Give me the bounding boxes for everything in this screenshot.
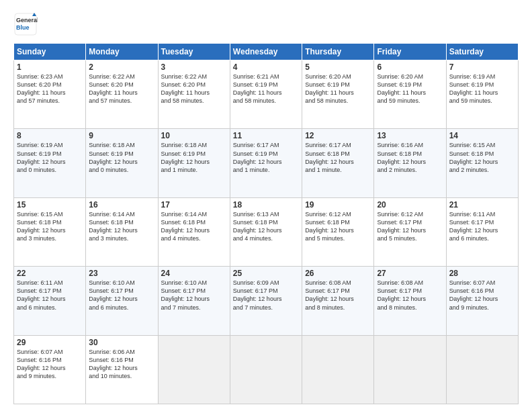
calendar-cell: 28Sunrise: 6:07 AM Sunset: 6:16 PM Dayli… bbox=[446, 267, 518, 335]
calendar-table: SundayMondayTuesdayWednesdayThursdayFrid… bbox=[13, 43, 519, 404]
day-info: Sunrise: 6:21 AM Sunset: 6:19 PM Dayligh… bbox=[233, 73, 299, 105]
calendar-cell: 22Sunrise: 6:11 AM Sunset: 6:17 PM Dayli… bbox=[14, 267, 86, 335]
calendar-cell: 29Sunrise: 6:07 AM Sunset: 6:16 PM Dayli… bbox=[14, 335, 86, 404]
calendar-cell bbox=[446, 335, 518, 404]
svg-text:Blue: Blue bbox=[16, 24, 30, 31]
calendar-cell: 17Sunrise: 6:14 AM Sunset: 6:18 PM Dayli… bbox=[158, 197, 230, 266]
day-info: Sunrise: 6:19 AM Sunset: 6:19 PM Dayligh… bbox=[449, 73, 515, 105]
calendar-cell: 23Sunrise: 6:10 AM Sunset: 6:17 PM Dayli… bbox=[86, 267, 158, 335]
day-info: Sunrise: 6:13 AM Sunset: 6:18 PM Dayligh… bbox=[233, 210, 299, 243]
day-number: 21 bbox=[449, 200, 515, 210]
day-info: Sunrise: 6:12 AM Sunset: 6:18 PM Dayligh… bbox=[305, 210, 371, 243]
day-info: Sunrise: 6:07 AM Sunset: 6:16 PM Dayligh… bbox=[17, 348, 83, 381]
weekday-header-saturday: Saturday bbox=[446, 44, 518, 60]
day-info: Sunrise: 6:06 AM Sunset: 6:16 PM Dayligh… bbox=[89, 348, 154, 381]
day-number: 5 bbox=[305, 62, 371, 72]
day-info: Sunrise: 6:09 AM Sunset: 6:17 PM Dayligh… bbox=[233, 279, 299, 312]
day-info: Sunrise: 6:08 AM Sunset: 6:17 PM Dayligh… bbox=[377, 279, 443, 312]
day-info: Sunrise: 6:10 AM Sunset: 6:17 PM Dayligh… bbox=[89, 279, 154, 312]
day-number: 24 bbox=[161, 269, 227, 278]
calendar-cell: 14Sunrise: 6:15 AM Sunset: 6:18 PM Dayli… bbox=[446, 129, 518, 197]
logo: General Blue bbox=[13, 12, 38, 36]
calendar-week-4: 29Sunrise: 6:07 AM Sunset: 6:16 PM Dayli… bbox=[14, 335, 519, 404]
day-number: 23 bbox=[89, 269, 154, 278]
day-info: Sunrise: 6:12 AM Sunset: 6:17 PM Dayligh… bbox=[377, 210, 443, 243]
day-info: Sunrise: 6:15 AM Sunset: 6:18 PM Dayligh… bbox=[17, 210, 83, 243]
day-info: Sunrise: 6:14 AM Sunset: 6:18 PM Dayligh… bbox=[161, 210, 227, 243]
calendar-cell: 26Sunrise: 6:08 AM Sunset: 6:17 PM Dayli… bbox=[302, 267, 374, 335]
calendar-cell: 19Sunrise: 6:12 AM Sunset: 6:18 PM Dayli… bbox=[302, 197, 374, 266]
day-number: 15 bbox=[17, 200, 83, 210]
weekday-header-monday: Monday bbox=[86, 44, 158, 60]
day-number: 14 bbox=[449, 131, 515, 140]
day-number: 12 bbox=[305, 131, 371, 140]
day-info: Sunrise: 6:11 AM Sunset: 6:17 PM Dayligh… bbox=[449, 210, 515, 243]
weekday-header-tuesday: Tuesday bbox=[158, 44, 230, 60]
calendar-cell: 9Sunrise: 6:18 AM Sunset: 6:19 PM Daylig… bbox=[86, 129, 158, 197]
day-number: 3 bbox=[161, 62, 227, 72]
day-number: 28 bbox=[449, 269, 515, 278]
day-info: Sunrise: 6:14 AM Sunset: 6:18 PM Dayligh… bbox=[89, 210, 154, 243]
calendar-week-0: 1Sunrise: 6:23 AM Sunset: 6:20 PM Daylig… bbox=[14, 60, 519, 129]
calendar-cell bbox=[230, 335, 302, 404]
weekday-header-thursday: Thursday bbox=[302, 44, 374, 60]
day-number: 30 bbox=[89, 338, 154, 347]
calendar-cell: 24Sunrise: 6:10 AM Sunset: 6:17 PM Dayli… bbox=[158, 267, 230, 335]
day-number: 2 bbox=[89, 62, 154, 72]
calendar-week-1: 8Sunrise: 6:19 AM Sunset: 6:19 PM Daylig… bbox=[14, 129, 519, 197]
day-number: 13 bbox=[377, 131, 443, 140]
day-number: 4 bbox=[233, 62, 299, 72]
day-number: 26 bbox=[305, 269, 371, 278]
header: General Blue bbox=[13, 12, 519, 36]
day-number: 17 bbox=[161, 200, 227, 210]
calendar-cell bbox=[158, 335, 230, 404]
calendar-cell: 5Sunrise: 6:20 AM Sunset: 6:19 PM Daylig… bbox=[302, 60, 374, 129]
calendar-cell: 2Sunrise: 6:22 AM Sunset: 6:20 PM Daylig… bbox=[86, 60, 158, 129]
calendar-cell: 16Sunrise: 6:14 AM Sunset: 6:18 PM Dayli… bbox=[86, 197, 158, 266]
logo-svg: General Blue bbox=[13, 12, 38, 36]
day-info: Sunrise: 6:16 AM Sunset: 6:18 PM Dayligh… bbox=[377, 141, 443, 174]
calendar-cell: 27Sunrise: 6:08 AM Sunset: 6:17 PM Dayli… bbox=[374, 267, 446, 335]
calendar-cell: 12Sunrise: 6:17 AM Sunset: 6:18 PM Dayli… bbox=[302, 129, 374, 197]
calendar-cell: 13Sunrise: 6:16 AM Sunset: 6:18 PM Dayli… bbox=[374, 129, 446, 197]
calendar-cell: 6Sunrise: 6:20 AM Sunset: 6:19 PM Daylig… bbox=[374, 60, 446, 129]
calendar-cell: 3Sunrise: 6:22 AM Sunset: 6:20 PM Daylig… bbox=[158, 60, 230, 129]
day-number: 18 bbox=[233, 200, 299, 210]
weekday-header-wednesday: Wednesday bbox=[230, 44, 302, 60]
weekday-header-sunday: Sunday bbox=[14, 44, 86, 60]
day-number: 25 bbox=[233, 269, 299, 278]
calendar-cell: 21Sunrise: 6:11 AM Sunset: 6:17 PM Dayli… bbox=[446, 197, 518, 266]
calendar-cell: 15Sunrise: 6:15 AM Sunset: 6:18 PM Dayli… bbox=[14, 197, 86, 266]
day-info: Sunrise: 6:07 AM Sunset: 6:16 PM Dayligh… bbox=[449, 279, 515, 312]
day-info: Sunrise: 6:23 AM Sunset: 6:20 PM Dayligh… bbox=[17, 73, 83, 105]
svg-text:General: General bbox=[16, 17, 38, 24]
day-info: Sunrise: 6:22 AM Sunset: 6:20 PM Dayligh… bbox=[89, 73, 154, 105]
day-info: Sunrise: 6:10 AM Sunset: 6:17 PM Dayligh… bbox=[161, 279, 227, 312]
calendar-cell: 4Sunrise: 6:21 AM Sunset: 6:19 PM Daylig… bbox=[230, 60, 302, 129]
day-number: 8 bbox=[17, 131, 83, 140]
day-number: 29 bbox=[17, 338, 83, 347]
day-number: 20 bbox=[377, 200, 443, 210]
day-number: 22 bbox=[17, 269, 83, 278]
day-info: Sunrise: 6:19 AM Sunset: 6:19 PM Dayligh… bbox=[17, 141, 83, 174]
day-info: Sunrise: 6:08 AM Sunset: 6:17 PM Dayligh… bbox=[305, 279, 371, 312]
calendar-cell: 1Sunrise: 6:23 AM Sunset: 6:20 PM Daylig… bbox=[14, 60, 86, 129]
calendar-cell bbox=[374, 335, 446, 404]
calendar-cell: 20Sunrise: 6:12 AM Sunset: 6:17 PM Dayli… bbox=[374, 197, 446, 266]
day-number: 10 bbox=[161, 131, 227, 140]
calendar-cell: 11Sunrise: 6:17 AM Sunset: 6:19 PM Dayli… bbox=[230, 129, 302, 197]
weekday-header-friday: Friday bbox=[374, 44, 446, 60]
day-info: Sunrise: 6:22 AM Sunset: 6:20 PM Dayligh… bbox=[161, 73, 227, 105]
calendar-cell bbox=[302, 335, 374, 404]
calendar-header-row: SundayMondayTuesdayWednesdayThursdayFrid… bbox=[14, 44, 519, 60]
day-info: Sunrise: 6:18 AM Sunset: 6:19 PM Dayligh… bbox=[161, 141, 227, 174]
day-info: Sunrise: 6:18 AM Sunset: 6:19 PM Dayligh… bbox=[89, 141, 154, 174]
day-number: 9 bbox=[89, 131, 154, 140]
calendar-week-2: 15Sunrise: 6:15 AM Sunset: 6:18 PM Dayli… bbox=[14, 197, 519, 266]
calendar-cell: 18Sunrise: 6:13 AM Sunset: 6:18 PM Dayli… bbox=[230, 197, 302, 266]
day-number: 27 bbox=[377, 269, 443, 278]
calendar-cell: 8Sunrise: 6:19 AM Sunset: 6:19 PM Daylig… bbox=[14, 129, 86, 197]
day-info: Sunrise: 6:15 AM Sunset: 6:18 PM Dayligh… bbox=[449, 141, 515, 174]
day-info: Sunrise: 6:17 AM Sunset: 6:18 PM Dayligh… bbox=[305, 141, 371, 174]
calendar-cell: 30Sunrise: 6:06 AM Sunset: 6:16 PM Dayli… bbox=[86, 335, 158, 404]
